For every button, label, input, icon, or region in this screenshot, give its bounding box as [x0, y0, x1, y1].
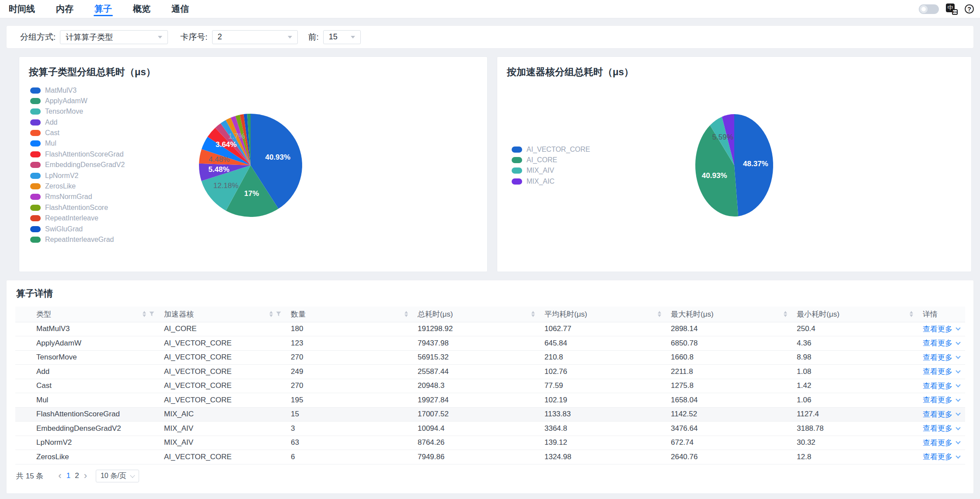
sort-caret-up-icon	[784, 311, 787, 314]
view-more-link[interactable]: 查看更多	[923, 324, 960, 334]
cell-min: 1.08	[792, 365, 918, 379]
top-n-select[interactable]: 15	[323, 30, 361, 44]
cell-min: 3188.78	[792, 422, 918, 436]
theme-toggle[interactable]	[919, 4, 939, 14]
column-header-最大耗时(μs)[interactable]: 最大耗时(μs)	[666, 307, 792, 322]
view-more-label: 查看更多	[923, 452, 952, 462]
column-header-最小耗时(μs)[interactable]: 最小耗时(μs)	[792, 307, 918, 322]
cell-count: 195	[286, 393, 413, 408]
column-label: 最小耗时(μs)	[797, 309, 840, 319]
pie-label-TensorMove: 12.18%	[213, 181, 239, 190]
cell-count: 180	[286, 322, 413, 336]
card-index-select[interactable]: 2	[212, 30, 298, 44]
cell-type: ZerosLike	[15, 450, 160, 464]
nav-tabs: 时间线内存算子概览通信	[0, 0, 210, 18]
cell-max: 1658.04	[666, 393, 792, 408]
sort-icon[interactable]	[405, 311, 408, 317]
column-label: 总耗时(μs)	[418, 309, 453, 319]
tab-communication[interactable]: 通信	[171, 0, 189, 18]
column-header-类型[interactable]: 类型	[15, 307, 160, 322]
cell-count: 63	[286, 436, 413, 450]
cell-core: AI_VECTOR_CORE	[160, 450, 286, 464]
chevron-down-icon	[956, 354, 960, 359]
pagination-next-icon[interactable]: ›	[81, 471, 90, 481]
column-header-数量[interactable]: 数量	[286, 307, 413, 322]
cell-max: 2640.76	[666, 450, 792, 464]
page-size-value: 10 条/页	[101, 471, 126, 481]
sort-icon[interactable]	[658, 311, 661, 317]
pie-label-MatMulV3: 40.93%	[265, 153, 290, 162]
view-more-link[interactable]: 查看更多	[923, 438, 960, 448]
pagination: 共 15 条 ‹ 12 › 10 条/页	[16, 469, 139, 482]
view-more-link[interactable]: 查看更多	[923, 381, 960, 391]
cell-count: 270	[286, 379, 413, 393]
cell-max: 6850.78	[666, 336, 792, 351]
cell-max: 2898.14	[666, 322, 792, 336]
column-header-平均耗时(μs)[interactable]: 平均耗时(μs)	[540, 307, 666, 322]
table-row-TensorMove: TensorMoveAI_VECTOR_CORE27056915.32210.8…	[15, 350, 965, 365]
sort-icon[interactable]	[784, 311, 787, 317]
topbar-actions: 中 En ?	[919, 3, 980, 15]
cell-avg: 645.84	[540, 336, 666, 351]
pie-label-ApplyAdamW: 17%	[244, 189, 259, 198]
group-by-select[interactable]: 计算算子类型	[60, 30, 168, 44]
top-n-label: 前:	[308, 31, 319, 43]
help-icon[interactable]: ?	[965, 4, 974, 14]
view-more-label: 查看更多	[923, 338, 952, 348]
sort-icon[interactable]	[269, 311, 273, 317]
sort-caret-down-icon	[784, 314, 787, 317]
chevron-down-icon	[956, 368, 960, 373]
view-more-link[interactable]: 查看更多	[923, 395, 960, 405]
sort-caret-up-icon	[910, 311, 913, 314]
cell-count: 15	[286, 407, 413, 422]
cell-details: 查看更多	[918, 393, 965, 408]
pagination-pages: 12	[64, 471, 81, 480]
view-more-label: 查看更多	[923, 438, 952, 448]
filter-funnel-icon[interactable]	[276, 311, 281, 317]
filter-bar: 分组方式: 计算算子类型 卡序号: 2 前: 15	[6, 25, 974, 49]
cell-max: 3476.64	[666, 422, 792, 436]
pie-chart-operator-type	[19, 57, 487, 272]
cell-total: 8764.26	[413, 436, 540, 450]
cell-min: 30.32	[792, 436, 918, 450]
tab-operator[interactable]: 算子	[94, 0, 112, 18]
view-more-link[interactable]: 查看更多	[923, 409, 960, 419]
filter-funnel-icon[interactable]	[149, 311, 154, 317]
view-more-link[interactable]: 查看更多	[923, 338, 960, 348]
table-row-Mul: MulAI_VECTOR_CORE19519927.84102.191658.0…	[15, 393, 965, 408]
chevron-down-icon	[956, 383, 960, 387]
view-more-label: 查看更多	[923, 395, 952, 405]
cell-details: 查看更多	[918, 365, 965, 379]
tab-timeline[interactable]: 时间线	[9, 0, 35, 18]
pagination-page-1[interactable]: 1	[66, 471, 70, 480]
sort-caret-up-icon	[658, 311, 661, 314]
pagination-prev-icon[interactable]: ‹	[56, 471, 64, 481]
view-more-link[interactable]: 查看更多	[923, 452, 960, 462]
view-more-link[interactable]: 查看更多	[923, 366, 960, 377]
pagination-page-2[interactable]: 2	[75, 471, 79, 480]
column-header-总耗时(μs)[interactable]: 总耗时(μs)	[413, 307, 540, 322]
tab-memory[interactable]: 内存	[56, 0, 73, 18]
cell-total: 20948.3	[413, 379, 540, 393]
page-size-select[interactable]: 10 条/页	[96, 470, 139, 482]
tab-overview[interactable]: 概览	[133, 0, 150, 18]
pie-label-Cast: 4.48%	[209, 155, 230, 164]
sort-icon[interactable]	[531, 311, 535, 317]
cell-core: AI_CORE	[160, 322, 286, 336]
cell-total: 19927.84	[413, 393, 540, 408]
cell-count: 123	[286, 336, 413, 351]
view-more-link[interactable]: 查看更多	[923, 352, 960, 363]
column-header-加速器核[interactable]: 加速器核	[160, 307, 286, 322]
sort-icon[interactable]	[910, 311, 913, 317]
pie-label-AI_CORE: 40.93%	[702, 171, 727, 180]
cell-type: FlashAttentionScoreGrad	[15, 407, 160, 422]
sort-icon[interactable]	[143, 311, 146, 317]
pie-label-MIX_AIV: 5.59%	[712, 133, 733, 142]
cell-avg: 102.76	[540, 365, 666, 379]
chevron-down-icon	[956, 326, 960, 331]
cell-core: AI_VECTOR_CORE	[160, 336, 286, 351]
language-switch-icon[interactable]: 中 En	[946, 3, 958, 15]
view-more-link[interactable]: 查看更多	[923, 423, 960, 433]
cell-min: 1.06	[792, 393, 918, 408]
sort-caret-up-icon	[531, 311, 535, 314]
